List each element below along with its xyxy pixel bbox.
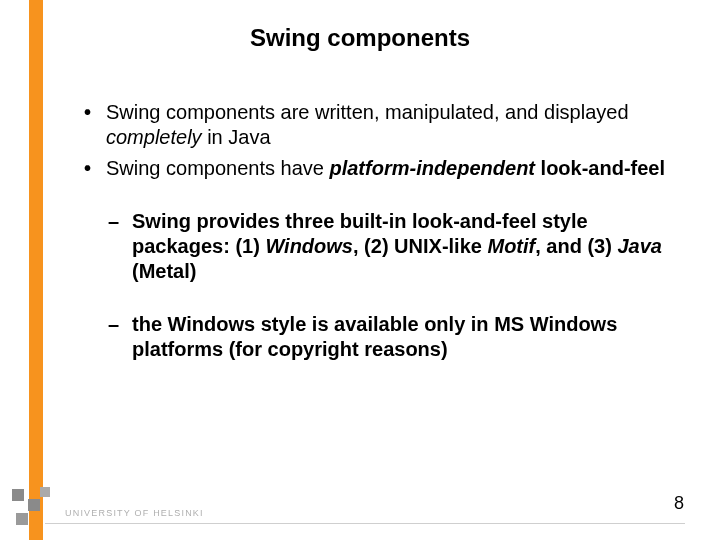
side-stripe (29, 0, 43, 540)
footer: UNIVERSITY OF HELSINKI 8 (0, 478, 720, 540)
bullet-2-pre: Swing components have (106, 157, 329, 179)
slide-content: Swing components are written, manipulate… (80, 100, 680, 390)
bullet-2-post: look-and-feel (535, 157, 665, 179)
sub-2: the Windows style is available only in M… (106, 312, 680, 362)
bullet-list: Swing components are written, manipulate… (80, 100, 680, 362)
sub-1-motif: Motif (487, 235, 535, 257)
sub-1-windows: Windows (265, 235, 353, 257)
university-name: UNIVERSITY OF HELSINKI (65, 508, 204, 518)
bullet-1: Swing components are written, manipulate… (80, 100, 680, 150)
bullet-2-em: platform-independent (329, 157, 535, 179)
bullet-1-pre: Swing components are written, manipulate… (106, 101, 629, 123)
sub-list: Swing provides three built-in look-and-f… (106, 209, 680, 362)
bullet-1-em: completely (106, 126, 202, 148)
page-number: 8 (674, 493, 684, 514)
footer-divider (45, 523, 685, 524)
sub-1: Swing provides three built-in look-and-f… (106, 209, 680, 284)
sub-1-java: Java (617, 235, 662, 257)
sub-1-t2: , (2) UNIX-like (353, 235, 487, 257)
bullet-1-post: in Java (202, 126, 271, 148)
bullet-2: Swing components have platform-independe… (80, 156, 680, 362)
sub-1-t3: , and (3) (535, 235, 617, 257)
sub-1-t4: (Metal) (132, 260, 196, 282)
slide-title: Swing components (0, 24, 720, 52)
